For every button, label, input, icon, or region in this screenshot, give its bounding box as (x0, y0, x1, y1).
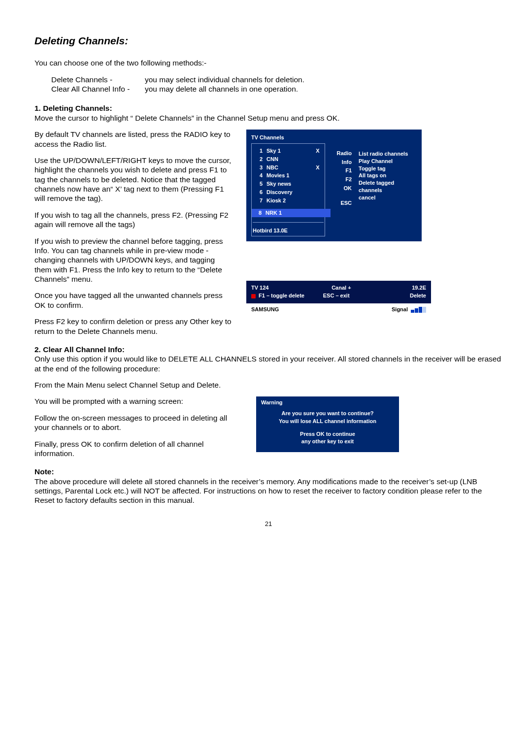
section2-p: Only use this option if you would like t… (34, 354, 502, 373)
section2-p: Follow the on-screen messages to proceed… (34, 413, 232, 432)
key-ok: OK (332, 185, 352, 192)
record-icon (251, 294, 256, 298)
warning-line: You will lose ALL channel information (256, 418, 399, 425)
osd-channel: Canal + (332, 285, 412, 292)
channel-tag (315, 189, 321, 196)
key-esc: ESC (332, 200, 352, 207)
channel-tag: X (315, 164, 321, 171)
section1-p: Move the cursor to highlight “ Delete Ch… (34, 113, 502, 123)
tv-channels-panel: TV Channels 1 Sky 1 X 2 CNN 3 NB (246, 130, 422, 241)
channel-name: Movies 1 (266, 172, 315, 179)
key-desc-column: List radio channels Play Channel Toggle … (359, 143, 417, 237)
channel-row[interactable]: 1 Sky 1 X (253, 147, 324, 155)
section1-title: 1. Deleting Channels: (34, 103, 502, 113)
channel-row[interactable]: 6 Discovery (253, 188, 324, 197)
section1-p: Use the UP/DOWN/LEFT/RIGHT keys to move … (34, 156, 232, 203)
osd-bar: TV 124 Canal + 19.2E F1 – toggle delete … (246, 281, 431, 316)
channel-number: 6 (256, 189, 263, 196)
channel-number: 4 (256, 172, 263, 179)
section1-p: By default TV channels are listed, press… (34, 130, 232, 149)
warning-dialog: Warning Are you sure you want to continu… (256, 396, 399, 452)
channel-name: NBC (266, 164, 315, 171)
channel-tag (315, 156, 321, 163)
method-desc: you may delete all channels in one opera… (145, 84, 298, 94)
channel-tag (315, 172, 321, 179)
method-label: Delete Channels - (51, 75, 145, 84)
section2-p: Finally, press OK to confirm deletion of… (34, 439, 232, 459)
intro-text: You can choose one of the two following … (34, 58, 502, 67)
section2-p: You will be prompted with a warning scre… (34, 396, 232, 406)
channel-number: 3 (256, 164, 263, 171)
key-desc: Play Channel (359, 158, 417, 165)
channel-name: CNN (266, 156, 315, 163)
signal-bars-icon (411, 307, 426, 313)
section2-title: 2. Clear All Channel Info: (34, 345, 502, 354)
key-radio: Radio (332, 150, 352, 157)
section1-p: If you wish to preview the channel befor… (34, 236, 232, 284)
method-desc: you may select individual channels for d… (145, 75, 304, 84)
channel-number: 8 (255, 209, 262, 217)
channel-tag (315, 197, 321, 204)
signal-label: Signal (392, 306, 408, 313)
methods-list: Delete Channels - you may select individ… (51, 75, 502, 94)
panel-title: TV Channels (251, 134, 417, 141)
channel-name: NRK 1 (266, 209, 322, 217)
channel-name: Kiosk 2 (266, 197, 315, 204)
key-desc: Toggle tag (359, 165, 417, 172)
warning-line: Press OK to continue (256, 431, 399, 438)
channel-row[interactable]: 4 Movies 1 (253, 171, 324, 180)
channel-name: Discovery (266, 189, 315, 196)
key-column: Radio Info F1 F2 OK ESC (332, 143, 352, 237)
channel-row[interactable]: 5 Sky news (253, 180, 324, 188)
osd-f1-hint: F1 – toggle delete (259, 293, 323, 299)
section1-p: If you wish to tag all the channels, pre… (34, 210, 232, 230)
osd-delete-hint: Delete (388, 293, 426, 299)
key-desc: cancel (359, 194, 417, 201)
channel-tag (315, 180, 321, 188)
key-desc: Delete tagged channels (359, 179, 417, 194)
key-info: Info (332, 159, 352, 166)
brand-logo: SAMSUNG (251, 306, 392, 313)
channel-row[interactable]: 7 Kiosk 2 (253, 197, 324, 205)
page-number: 21 (34, 520, 502, 528)
channel-number: 5 (256, 180, 263, 188)
method-label: Clear All Channel Info - (51, 84, 145, 94)
satellite-info: Hotbird 13.0E (253, 222, 324, 234)
osd-position: 19.2E (412, 285, 426, 292)
channel-name: Sky 1 (266, 147, 315, 155)
key-f1: F1 (332, 167, 352, 174)
channel-tag: X (315, 147, 321, 155)
channel-number: 7 (256, 197, 263, 204)
channel-tag (322, 209, 328, 217)
key-f2: F2 (332, 176, 352, 183)
channel-list[interactable]: 1 Sky 1 X 2 CNN 3 NBC X 4 (251, 143, 325, 237)
channel-row-selected[interactable]: 8 NRK 1 (252, 209, 331, 217)
channel-number: 1 (256, 147, 263, 155)
note-body: The above procedure will delete all stor… (34, 477, 502, 505)
osd-esc-hint: ESC – exit (323, 293, 388, 299)
channel-number: 2 (256, 156, 263, 163)
section1-p: Press F2 key to confirm deletion or pres… (34, 317, 232, 336)
warning-line: Are you sure you want to continue? (256, 410, 399, 417)
warning-title: Warning (256, 399, 399, 409)
section2-p: From the Main Menu select Channel Setup … (34, 380, 502, 390)
warning-line: any other key to exit (256, 438, 399, 445)
channel-row[interactable]: 2 CNN (253, 155, 324, 164)
note-title: Note: (34, 467, 502, 476)
channel-name: Sky news (266, 180, 315, 188)
key-desc: List radio channels (359, 150, 417, 158)
section1-p: Once you have tagged all the unwanted ch… (34, 291, 232, 310)
page-heading: Deleting Channels: (34, 34, 502, 47)
channel-row[interactable]: 3 NBC X (253, 164, 324, 172)
key-desc: All tags on (359, 172, 417, 179)
osd-tv-id: TV 124 (251, 285, 332, 292)
